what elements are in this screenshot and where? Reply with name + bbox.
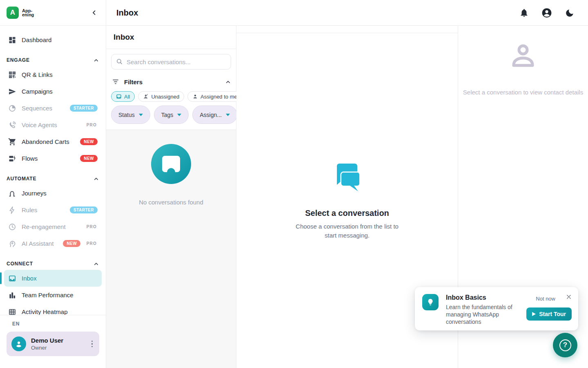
sidebar-item-re-engagement[interactable]: Re-engagement PRO [4,218,102,235]
pro-tag: PRO [87,224,98,229]
empty-list-text: No conversations found [139,199,203,206]
lightning-bolt-icon [8,206,16,214]
sidebar-item-label: Sequences [22,105,52,112]
inbox-icon [8,274,16,283]
sidebar-nav: Dashboard ENGAGE QR & Links Campaigns [0,26,106,315]
section-label: CONNECT [7,261,33,267]
sidebar-item-label: Journeys [22,190,47,197]
starter-badge: STARTER [70,206,98,213]
account-circle-icon [541,7,552,18]
dropdown-label: Status [118,112,135,118]
language-label[interactable]: EN [12,321,106,327]
search-icon [116,58,123,67]
theme-toggle-button[interactable] [564,7,575,18]
sidebar-footer: EN Demo User Owner [0,315,106,368]
pro-tag: PRO [87,241,98,246]
start-tour-button[interactable]: Start Tour [526,307,572,321]
person-off-icon [143,94,149,99]
filters-header[interactable]: Filters [111,76,231,88]
sidebar-item-label: Inbox [22,275,37,282]
close-icon[interactable] [564,292,573,301]
filter-icon [112,78,119,85]
dropdown-label: Assign... [200,112,222,118]
section-header-engage[interactable]: ENGAGE [4,54,102,66]
sidebar-item-qr-links[interactable]: QR & Links [4,66,102,83]
sidebar-item-ai-assistant[interactable]: AI Assistant NEW PRO [4,235,102,252]
chevron-left-icon [91,9,98,16]
account-button[interactable] [541,7,552,18]
sidebar-item-abandoned-carts[interactable]: Abandoned Carts NEW [4,133,102,150]
search-area [106,49,236,74]
filters-section: Filters All Unassigned [106,74,236,130]
sidebar-item-inbox[interactable]: Inbox [4,270,102,287]
chevron-up-icon [93,57,99,63]
chip-label: Assigned to me [200,94,237,100]
sidebar-item-label: Team Performance [22,292,74,298]
sidebar-item-label: Campaigns [22,88,53,95]
sidebar-item-dashboard[interactable]: Dashboard [4,31,102,48]
lightbulb-icon [422,294,439,310]
sidebar-item-sequences[interactable]: Sequences STARTER [4,100,102,117]
assignee-dropdown[interactable]: Assign... [192,105,237,124]
chat-empty-subtitle: Choose a conversation from the list to s… [290,222,404,240]
starter-badge: STARTER [70,105,98,112]
help-button[interactable]: ? [553,333,577,357]
sidebar-item-flows[interactable]: Flows NEW [4,150,102,167]
section-header-connect[interactable]: CONNECT [4,258,102,270]
brand-logo-icon: A [7,7,19,19]
chat-bubbles-icon [330,161,364,195]
sidebar-item-team-performance[interactable]: Team Performance [4,287,102,303]
section-label: AUTOMATE [7,176,36,182]
chevron-up-icon [93,261,99,267]
sidebar-item-rules[interactable]: Rules STARTER [4,202,102,218]
send-icon [8,88,16,96]
sidebar-item-label: Activity Heatmap [22,308,68,315]
qr-code-icon [8,71,16,79]
user-menu-button[interactable] [89,338,96,350]
sidebar-collapse-button[interactable] [89,7,100,18]
inbox-icon [116,94,122,99]
filter-chips-row: All Unassigned Assigned to me [111,91,231,102]
search-input[interactable] [111,54,231,70]
bell-icon [519,8,529,18]
pie-chart-icon [8,104,16,112]
tags-dropdown[interactable]: Tags [154,105,189,124]
notifications-button[interactable] [519,7,529,18]
inbox-circle-icon [151,144,191,184]
tour-title: Inbox Basics [446,294,486,301]
pro-tag: PRO [87,123,98,127]
question-mark-icon: ? [559,339,571,351]
sidebar-item-label: QR & Links [22,71,53,78]
user-card[interactable]: Demo User Owner [7,332,99,356]
contact-empty-text: Select a conversation to view contact de… [462,88,584,98]
section-header-automate[interactable]: AUTOMATE [4,173,102,185]
tour-dismiss-button[interactable]: Not now [536,296,555,302]
new-badge: NEW [80,138,98,145]
status-dropdown[interactable]: Status [111,105,150,124]
filter-chip-all[interactable]: All [111,91,135,102]
phone-voice-icon [8,121,16,129]
heatmap-grid-icon [8,308,16,315]
filter-chip-unassigned[interactable]: Unassigned [138,91,184,102]
caret-down-icon [226,114,230,116]
conversation-list-panel: Inbox Filters [106,26,236,368]
bar-chart-icon [8,291,16,299]
chip-label: All [124,94,130,100]
ai-head-icon [8,240,16,248]
sidebar-item-journeys[interactable]: Journeys [4,185,102,202]
filter-chip-assigned-to-me[interactable]: Assigned to me [187,91,242,102]
panel-title: Inbox [114,33,134,42]
sidebar-item-label: Flows [22,155,38,162]
filters-label: Filters [124,79,143,85]
header-actions [519,7,575,18]
sidebar-item-campaigns[interactable]: Campaigns [4,83,102,100]
brand-name-line2: ening [22,13,34,17]
sidebar-item-activity-heatmap[interactable]: Activity Heatmap [4,303,102,315]
panel-title-row: Inbox [106,26,236,49]
top-header: Inbox [106,0,588,26]
dropdown-label: Tags [161,112,174,118]
flows-icon [8,155,16,163]
tour-body: Learn the fundamentals of managing Whats… [446,303,516,326]
sidebar-item-voice-agents[interactable]: Voice Agents PRO [4,117,102,133]
person-icon [14,339,23,348]
